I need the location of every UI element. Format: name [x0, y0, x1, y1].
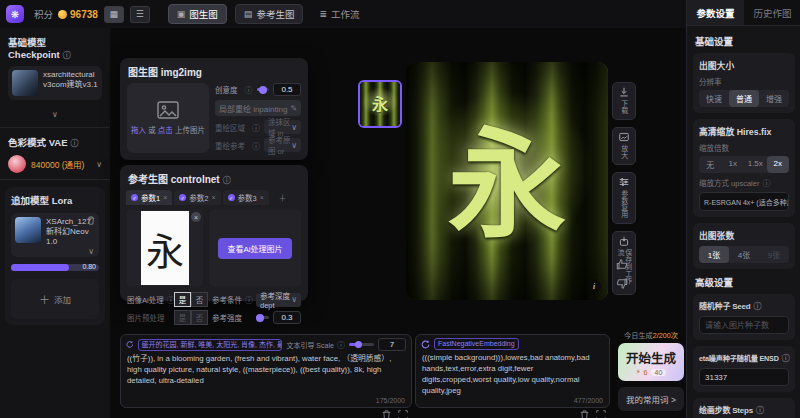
reference-image[interactable]: 永 [141, 211, 189, 285]
generate-column: 今日生成2/200次 开始生成 ⚡640 我的常用词 > [618, 330, 684, 411]
refresh-icon[interactable] [421, 340, 430, 349]
lightning-icon: ⚡ [636, 368, 641, 376]
condition-label: 参考条件 [212, 296, 242, 305]
tab-parameters[interactable]: 参数设置 [687, 0, 744, 25]
drag-link: 拖入 [131, 126, 146, 135]
app-logo-icon[interactable]: ❋ [6, 5, 24, 23]
denoise-value[interactable]: 0.5 [273, 83, 301, 96]
checkpoint-card[interactable]: xsarchitecturalv3com建筑v3.1 [8, 66, 102, 100]
ai-process-toggle[interactable]: 是否 [174, 292, 208, 307]
tab-reference-gen[interactable]: ▤ 参考生图 [235, 4, 304, 24]
info-icon: ⓘ [223, 176, 231, 185]
positive-prompt-text[interactable]: ((竹子)), in a blooming garden, (fresh and… [121, 352, 411, 398]
generate-button[interactable]: 开始生成 ⚡640 [618, 343, 684, 381]
preprocess-toggle[interactable]: 是否 [174, 310, 208, 325]
upload-dropzone[interactable]: 拖入 或 点击 上传图片 [127, 83, 209, 153]
add-lora-button[interactable]: ＋ 添加 [11, 279, 99, 319]
strength-slider[interactable] [256, 316, 269, 319]
controlnet-tab-3[interactable]: ✓参数3× [223, 190, 269, 205]
model-sidebar: 基础模型 Checkpointⓘ xsarchitecturalv3com建筑v… [0, 28, 110, 418]
checkpoint-expand[interactable]: ∨ [8, 100, 102, 121]
checkpoint-thumbnail [12, 70, 38, 96]
prompt-tags[interactable]: 盛开的花园, 新鲜, 唯美, 太阳光, 肖像, 杰作, 最佳质量 [138, 339, 283, 351]
negative-prompt-text[interactable]: (((simple background))),lowres,bad anato… [416, 351, 609, 397]
tab-img2img[interactable]: ▣ 图生图 [168, 4, 227, 24]
trash-icon[interactable] [87, 216, 95, 225]
expand-icon[interactable] [596, 410, 606, 418]
basic-settings-header: 基础设置 [695, 34, 793, 48]
upscaler-label: 缩放方式 upscaler [699, 179, 759, 188]
reuse-params-button[interactable]: 参数复用 [612, 172, 636, 224]
refresh-icon[interactable] [126, 340, 134, 349]
count-1[interactable]: 1张 [699, 246, 729, 263]
chevron-down-icon[interactable]: ∨ [88, 247, 94, 256]
thumbs-up-icon[interactable] [616, 258, 628, 270]
mult-none[interactable]: 无 [699, 156, 722, 173]
remove-image-icon[interactable]: × [191, 212, 201, 222]
upscaler-select[interactable]: R-ESRGAN 4x+ (适合多种风∨ [699, 192, 789, 211]
chevron-down-icon: ∨ [52, 110, 58, 119]
scale-slider[interactable] [349, 343, 374, 346]
img2img-title: 图生图 img2img [120, 58, 308, 83]
img2img-panel: 图生图 img2img 拖入 或 点击 上传图片 创意度 ⓘ [120, 58, 308, 160]
ensd-input[interactable] [699, 368, 789, 386]
upscale-button[interactable]: 放大 [612, 127, 636, 165]
refmode-select[interactable]: 参考原图 or∨ [264, 138, 301, 152]
trash-icon[interactable] [580, 410, 589, 418]
tab-workflow[interactable]: ≣ 工作流 [311, 5, 367, 23]
my-phrases-button[interactable]: 我的常用词 > [618, 387, 684, 411]
trash-icon[interactable] [382, 410, 391, 418]
tab-history[interactable]: 历史作图 [744, 0, 800, 25]
checkpoint-header: 基础模型 Checkpoint [8, 37, 60, 60]
ensd-label: eta噪声种子随机量 ENSD [699, 354, 779, 363]
settings-panel: 参数设置 历史作图 基础设置 出图大小 分辨率 快速 普通 增强 高清缩放 Hi… [686, 0, 800, 418]
denoise-label: 创意度 [215, 84, 238, 95]
controlnet-tab-1[interactable]: ✓参数1× [126, 190, 172, 205]
scale-value[interactable]: 7 [378, 338, 406, 351]
lora-card[interactable]: XSArch_127新科幻Neov1.0 ∨ [11, 213, 99, 257]
batch-count-card: 出图张数 1张 4张 9张 [693, 223, 795, 269]
generated-image[interactable]: 永 i [406, 62, 608, 300]
expand-icon[interactable] [398, 410, 408, 418]
strength-label: 参考强度 [212, 312, 252, 323]
settings-tabs: 参数设置 历史作图 [687, 0, 800, 26]
mult-2x[interactable]: 2x [767, 156, 790, 173]
res-fast[interactable]: 快速 [699, 90, 729, 107]
region-select[interactable]: 涂抹区域 in∨ [264, 120, 301, 134]
close-icon[interactable]: × [211, 194, 215, 201]
pencil-icon: ✎ [290, 104, 297, 113]
negative-char-counter: 477/2000 [574, 397, 603, 404]
lora-weight-slider[interactable]: 0.80 [11, 264, 99, 271]
inpaint-button[interactable]: 局部重绘 inpainting ✎ [215, 100, 301, 116]
grid-view-button[interactable]: ▦ [104, 6, 124, 23]
strength-value[interactable]: 0.3 [273, 311, 301, 324]
close-icon[interactable]: × [260, 194, 264, 201]
add-controlnet-tab[interactable]: ＋ [271, 190, 295, 205]
info-icon[interactable]: i [587, 279, 601, 293]
thumbs-down-icon[interactable] [616, 278, 628, 290]
seed-label: 随机种子 Seed [699, 302, 751, 311]
workspace: 图生图 img2img 拖入 或 点击 上传图片 创意度 ⓘ [110, 28, 686, 418]
download-button[interactable]: 下载 [612, 82, 636, 120]
view-processed-button[interactable]: 查看Ai处理图片 [218, 238, 291, 259]
lora-weight-value: 0.80 [82, 263, 96, 270]
image-zoom-icon [619, 132, 629, 142]
negative-embedding-tag[interactable]: FastNegativeEmbedding [434, 338, 519, 350]
image-icon: ▤ [244, 9, 253, 19]
seed-card: 随机种子 Seedⓘ [693, 294, 795, 340]
count-4[interactable]: 4张 [729, 246, 759, 263]
denoise-slider[interactable] [257, 88, 270, 91]
res-normal[interactable]: 普通 [729, 90, 759, 107]
vae-select[interactable]: 840000 (通用) ∨ [8, 155, 102, 173]
result-thumbnail[interactable]: 永 [358, 80, 402, 128]
mult-1x[interactable]: 1x [722, 156, 745, 173]
seed-input[interactable] [699, 316, 789, 334]
controlnet-tab-2[interactable]: ✓参数2× [174, 190, 220, 205]
mult-15x[interactable]: 1.5x [744, 156, 767, 173]
sliders-icon [619, 177, 629, 187]
close-icon[interactable]: × [163, 194, 167, 201]
menu-button[interactable]: ☰ [130, 6, 150, 23]
condition-select[interactable]: 参考深度 dept∨ [256, 293, 301, 307]
res-enhanced[interactable]: 增强 [759, 90, 789, 107]
count-9[interactable]: 9张 [759, 246, 789, 263]
